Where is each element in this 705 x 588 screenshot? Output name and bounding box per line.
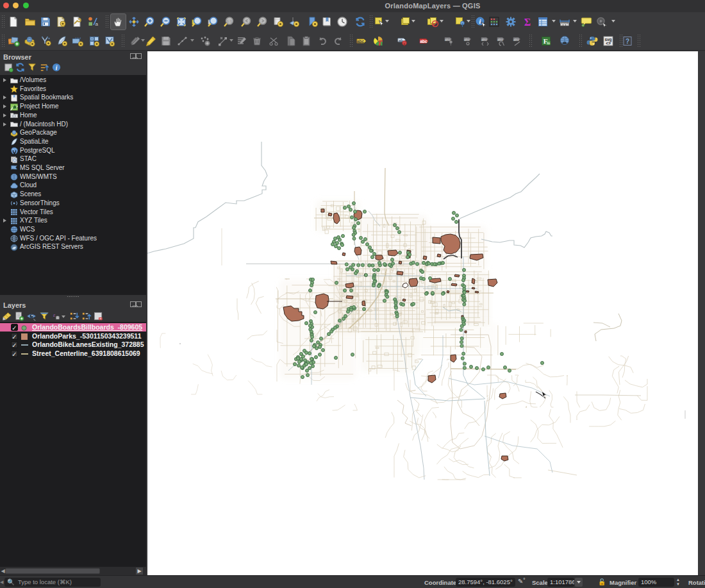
svg-text:abc: abc: [420, 39, 427, 44]
svg-text:ε: ε: [53, 312, 56, 318]
svg-text:i: i: [55, 64, 57, 71]
svg-text:?: ?: [626, 38, 629, 45]
svg-text:1:1: 1:1: [227, 19, 233, 23]
svg-text:abc: abc: [357, 39, 365, 44]
svg-text:abc: abc: [497, 38, 503, 42]
svg-text:abc: abc: [481, 38, 487, 42]
svg-text:abc: abc: [445, 38, 451, 42]
svg-text:abc: abc: [513, 38, 519, 42]
svg-text:abc: abc: [464, 38, 470, 42]
svg-text:<>: <>: [606, 41, 611, 46]
svg-text:a: a: [95, 21, 99, 27]
svg-text:Σ: Σ: [524, 17, 531, 28]
svg-text:lo: lo: [547, 41, 550, 45]
